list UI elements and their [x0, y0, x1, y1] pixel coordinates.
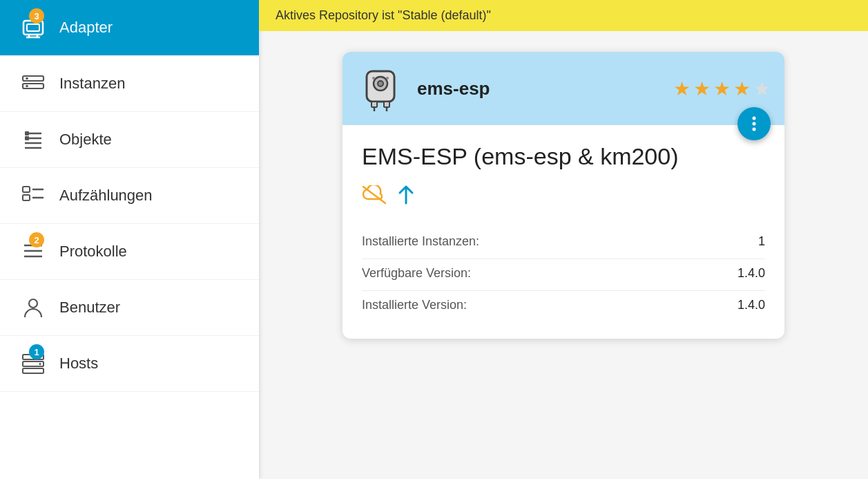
sidebar-item-objekte[interactable]: Objekte	[0, 112, 259, 168]
ems-esp-icon	[356, 64, 405, 113]
objekte-icon	[21, 127, 46, 152]
sidebar-item-aufzaehlungen-label: Aufzählungen	[59, 187, 153, 205]
sidebar-item-benutzer[interactable]: Benutzer	[0, 280, 259, 336]
star-4: ★	[733, 77, 751, 100]
svg-point-35	[372, 77, 375, 79]
svg-rect-17	[23, 195, 30, 200]
sidebar-item-hosts[interactable]: 1 Hosts	[0, 336, 259, 392]
sidebar-item-aufzaehlungen[interactable]: Aufzählungen	[0, 168, 259, 224]
protokolle-badge: 2	[29, 232, 44, 247]
main-content: Aktives Repository ist "Stable (default)…	[259, 0, 868, 479]
svg-rect-1	[27, 24, 39, 31]
sidebar-item-benutzer-label: Benutzer	[59, 299, 120, 317]
adapter-title: EMS-ESP (ems-esp & km200)	[362, 142, 765, 171]
more-options-button[interactable]	[737, 107, 771, 140]
svg-point-22	[29, 299, 37, 308]
adapter-badge: 3	[29, 8, 44, 24]
repo-banner-text: Aktives Repository ist "Stable (default)…	[276, 8, 491, 22]
adapter-card-area: ems-esp ★ ★ ★ ★ ★	[259, 31, 868, 359]
svg-point-8	[26, 85, 28, 88]
sidebar-item-objekte-label: Objekte	[59, 131, 112, 149]
svg-rect-31	[372, 102, 377, 107]
repo-banner: Aktives Repository ist "Stable (default)…	[259, 0, 868, 31]
svg-point-38	[753, 122, 756, 126]
available-version-row: Verfügbare Version: 1.4.0	[362, 259, 765, 288]
svg-rect-32	[384, 102, 389, 107]
available-version-label: Verfügbare Version:	[362, 266, 471, 281]
adapter-card: ems-esp ★ ★ ★ ★ ★	[343, 52, 784, 339]
installed-version-row: Installierte Version: 1.4.0	[362, 290, 765, 319]
installed-instances-label: Installierte Instanzen:	[362, 234, 479, 249]
svg-point-30	[378, 81, 383, 86]
adapter-card-header: ems-esp ★ ★ ★ ★ ★	[343, 52, 784, 125]
sidebar-item-instanzen-label: Instanzen	[59, 75, 125, 93]
more-dots-icon	[752, 115, 756, 132]
svg-rect-25	[23, 368, 44, 373]
sidebar-item-hosts-label: Hosts	[59, 355, 98, 373]
installed-version-value: 1.4.0	[737, 298, 765, 312]
star-2: ★	[693, 77, 711, 100]
stars-rating: ★ ★ ★ ★ ★	[673, 77, 771, 100]
sidebar-item-adapter-label: Adapter	[59, 19, 113, 37]
star-1: ★	[673, 77, 691, 100]
svg-point-39	[753, 128, 756, 131]
cloud-slash-icon	[362, 185, 387, 209]
sidebar-item-instanzen[interactable]: Instanzen	[0, 56, 259, 112]
svg-point-36	[386, 77, 389, 79]
installed-instances-row: Installierte Instanzen: 1	[362, 227, 765, 256]
svg-point-7	[26, 77, 28, 80]
installed-version-label: Installierte Version:	[362, 298, 467, 312]
benutzer-icon	[21, 295, 46, 320]
svg-rect-15	[23, 187, 30, 192]
star-5: ★	[753, 77, 771, 100]
sidebar-item-protokolle-label: Protokolle	[59, 243, 127, 261]
adapter-name: ems-esp	[417, 78, 673, 100]
aufzaehlungen-icon	[21, 183, 46, 208]
svg-rect-13	[25, 131, 29, 135]
installed-instances-value: 1	[758, 234, 765, 249]
sidebar-item-adapter[interactable]: 3 Adapter	[0, 0, 259, 56]
star-3: ★	[713, 77, 731, 100]
adapter-card-body: EMS-ESP (ems-esp & km200)	[343, 125, 784, 339]
svg-rect-14	[25, 136, 29, 140]
sidebar-item-protokolle[interactable]: 2 Protokolle	[0, 224, 259, 280]
adapter-status-icons	[362, 184, 765, 211]
arrow-up-icon	[396, 184, 416, 211]
hosts-badge: 1	[29, 344, 44, 359]
available-version-value: 1.4.0	[737, 266, 765, 281]
svg-point-37	[753, 117, 756, 120]
svg-point-27	[39, 363, 41, 365]
sidebar: 3 Adapter Instanzen	[0, 0, 259, 479]
instanzen-icon	[21, 71, 46, 96]
adapter-info: Installierte Instanzen: 1 Verfügbare Ver…	[362, 227, 765, 319]
